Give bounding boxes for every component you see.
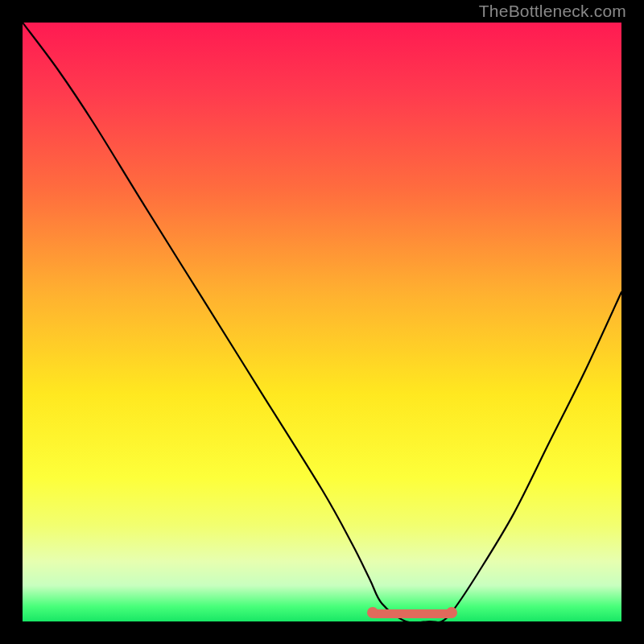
bottleneck-curve bbox=[23, 23, 621, 621]
optimal-range-marker bbox=[370, 609, 454, 618]
watermark-text: TheBottleneck.com bbox=[479, 2, 626, 21]
plot-area bbox=[23, 23, 621, 621]
chart-frame bbox=[14, 14, 630, 630]
